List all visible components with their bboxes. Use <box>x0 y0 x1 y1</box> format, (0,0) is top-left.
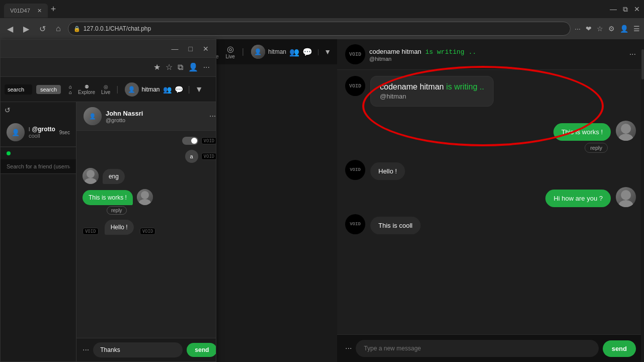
float-message-input[interactable] <box>93 342 183 357</box>
right-void-avatar-cooll: VOID <box>345 214 365 234</box>
float-home-icon: ⌂ <box>69 84 72 89</box>
profile-icon[interactable]: 👤 <box>620 25 628 33</box>
more-icon[interactable]: ··· <box>575 25 581 33</box>
profile-toolbar-icon[interactable]: 👤 <box>188 62 198 72</box>
float-status-row-1: VOID <box>83 137 216 145</box>
float-live-label: Live <box>101 89 110 95</box>
browser-titlebar: V01D47 ✕ + — ⧉ ✕ <box>0 0 644 18</box>
right-message-input[interactable] <box>356 340 598 357</box>
right-msg-sent-works: This is works ! reply <box>345 121 636 153</box>
right-msg-received-cooll: VOID This is cooll <box>345 214 636 234</box>
extensions-icon[interactable]: ⚙ <box>608 25 615 33</box>
right-sent-row-works: This is works ! <box>553 121 636 141</box>
void-user-area[interactable]: 👤 hitman 👥 💬 | ▼ <box>251 45 331 59</box>
maximize-button[interactable]: ⧉ <box>623 5 628 14</box>
float-msg-row-sent: This is works ! <box>83 189 153 205</box>
sidebar-refresh-icon[interactable]: ↺ <box>5 106 72 114</box>
float-dropdown-btn[interactable]: ▼ <box>195 85 203 94</box>
float-reply-button[interactable]: reply <box>107 206 127 215</box>
float-nav-sep: | <box>116 85 118 94</box>
sidebar-contact-time: 9sec <box>59 130 70 135</box>
friend-search-input[interactable] <box>1 159 76 174</box>
toggle-switch-1[interactable] <box>182 137 198 145</box>
float-minimize-button[interactable]: — <box>169 44 182 54</box>
tab-close-button[interactable]: ✕ <box>37 8 42 14</box>
window-controls: — ⧉ ✕ <box>610 5 640 14</box>
share-toolbar-icon[interactable]: ⧉ <box>178 63 183 72</box>
float-chat-header-info: John Nassri @grotto <box>106 110 205 123</box>
float-msg-avatar-sent <box>137 189 153 205</box>
float-live-icon: ◎ <box>104 84 108 89</box>
float-msg-received-hello: VOID Hello ! VOID <box>83 220 216 235</box>
right-void-avatar-hello: VOID <box>345 160 365 180</box>
right-send-button[interactable]: send <box>603 340 636 357</box>
float-chat-header-handle: @grotto <box>106 117 205 123</box>
right-msg-bubble-works: This is works ! <box>553 123 611 141</box>
float-nav-home[interactable]: ⌂ ⌂ <box>69 84 72 95</box>
writing-bubble: codename hitman is writing .. @hitman <box>370 76 494 107</box>
void-badge-hello: VOID <box>83 228 99 235</box>
minimize-button[interactable]: — <box>610 5 617 14</box>
address-text: 127.0.0.1/CHAT/chat.php <box>84 25 566 32</box>
right-msg-received-hello: VOID Hello ! <box>345 160 636 180</box>
right-header-info: codename hitman is writing .. @hitman <box>369 47 625 62</box>
live-icon: ◎ <box>227 44 234 54</box>
home-button[interactable]: ⌂ <box>53 22 64 35</box>
refresh-button[interactable]: ↺ <box>36 22 49 36</box>
star-icon[interactable]: ☆ <box>597 25 603 33</box>
browser-navbar: ◀ ▶ ↺ ⌂ 🔒 127.0.0.1/CHAT/chat.php ··· ❤ … <box>0 18 644 39</box>
float-explore-label: Explore <box>78 89 95 95</box>
float-close-button[interactable]: ✕ <box>200 44 212 54</box>
writing-handle: @hitman <box>380 93 484 100</box>
right-panel: VOID codename hitman is writing .. @hitm… <box>337 39 644 362</box>
float-msg-bubble-eng: eng <box>103 169 125 184</box>
address-bar[interactable]: 🔒 127.0.0.1/CHAT/chat.php <box>68 22 571 36</box>
bookmark-toolbar-icon[interactable]: ☆ <box>166 62 173 72</box>
bookmark-icon[interactable]: ❤ <box>586 25 592 33</box>
sidebar-contact-avatar: 👤 <box>7 123 25 141</box>
browser-tab[interactable]: V01D47 ✕ <box>4 4 48 18</box>
float-nav-explore[interactable]: ⚉ Explore <box>78 84 95 95</box>
right-msg-bubble-howru: Hi how are you ? <box>545 190 611 207</box>
star-toolbar-icon[interactable]: ★ <box>153 62 160 72</box>
void-nav-live-label: Live <box>225 54 234 59</box>
float-nav-live[interactable]: ◎ Live <box>101 84 110 95</box>
void-app: VOID 47 | 🔍 search ⌂ Home ⚉ Explore ◎ <box>0 39 337 362</box>
close-button[interactable]: ✕ <box>634 5 640 14</box>
writing-bubble-row: VOID codename hitman is writing .. @hitm… <box>345 76 636 107</box>
float-titlebar: — □ ✕ <box>1 40 216 58</box>
online-dot <box>7 151 11 155</box>
right-header-name: codename hitman is writing .. <box>369 47 625 56</box>
menu-icon[interactable]: ☰ <box>633 25 640 33</box>
nav-separator: | <box>242 47 244 56</box>
contact-search-button[interactable]: search <box>36 85 61 94</box>
float-chat-more-icon[interactable]: ··· <box>209 112 216 121</box>
forward-button[interactable]: ▶ <box>20 22 32 36</box>
new-tab-button[interactable]: + <box>51 4 56 15</box>
float-maximize-button[interactable]: □ <box>186 44 196 54</box>
writing-bubble-avatar: VOID <box>345 76 365 96</box>
right-messages-area: This is works ! reply VOID Hello ! Hi ho… <box>337 113 644 334</box>
sidebar-contact-item[interactable]: 👤 l @grotto cooll 9sec <box>1 118 76 147</box>
contact-search-input[interactable] <box>5 84 32 95</box>
float-chat-icon[interactable]: 💬 <box>175 85 183 94</box>
right-header-more-icon[interactable]: ··· <box>629 50 636 59</box>
float-user-sep: | <box>188 85 190 94</box>
back-button[interactable]: ◀ <box>4 22 16 36</box>
tab-title: V01D47 <box>10 8 30 14</box>
more-toolbar-icon[interactable]: ··· <box>203 63 210 72</box>
float-msg-sent-works: This is works ! reply <box>83 189 216 215</box>
float-contacts-icon[interactable]: 👥 <box>163 85 172 94</box>
float-send-button[interactable]: send <box>187 343 216 357</box>
float-chat-header-name: John Nassri <box>106 110 205 117</box>
right-msg-bubble-cooll: This is cooll <box>370 217 421 234</box>
void-chat-icon[interactable]: 💬 <box>302 47 312 57</box>
right-scrollbar[interactable] <box>641 39 644 362</box>
right-reply-button-works[interactable]: reply <box>585 143 608 153</box>
void-nav-live[interactable]: ◎ Live <box>225 44 234 59</box>
right-dots-icon: ··· <box>345 344 352 353</box>
void-dropdown-button[interactable]: ▼ <box>324 48 331 56</box>
void-contacts-icon[interactable]: 👥 <box>289 47 299 57</box>
float-user-area[interactable]: 👤 hitman 👥 💬 | ▼ <box>125 82 203 97</box>
contact-bar: search ⌂ ⌂ ⚉ Explore ◎ Live | <box>1 77 216 102</box>
